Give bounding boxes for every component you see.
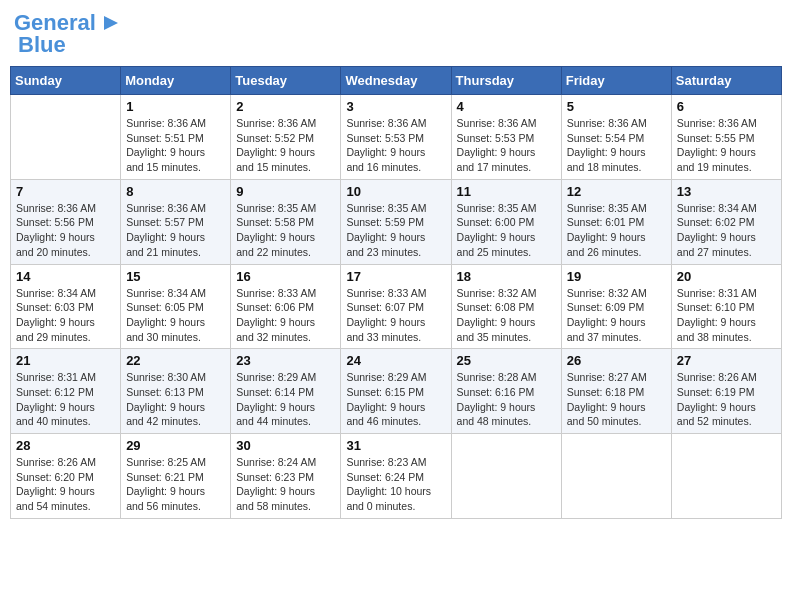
day-number: 15 [126, 269, 225, 284]
day-cell: 17Sunrise: 8:33 AM Sunset: 6:07 PM Dayli… [341, 264, 451, 349]
day-info: Sunrise: 8:27 AM Sunset: 6:18 PM Dayligh… [567, 370, 666, 429]
day-cell: 29Sunrise: 8:25 AM Sunset: 6:21 PM Dayli… [121, 434, 231, 519]
day-number: 16 [236, 269, 335, 284]
day-number: 7 [16, 184, 115, 199]
day-cell: 26Sunrise: 8:27 AM Sunset: 6:18 PM Dayli… [561, 349, 671, 434]
day-number: 10 [346, 184, 445, 199]
header-cell-tuesday: Tuesday [231, 67, 341, 95]
logo-arrow-icon [100, 12, 122, 34]
day-info: Sunrise: 8:36 AM Sunset: 5:54 PM Dayligh… [567, 116, 666, 175]
day-number: 1 [126, 99, 225, 114]
day-info: Sunrise: 8:34 AM Sunset: 6:02 PM Dayligh… [677, 201, 776, 260]
day-number: 28 [16, 438, 115, 453]
day-cell [671, 434, 781, 519]
day-cell: 16Sunrise: 8:33 AM Sunset: 6:06 PM Dayli… [231, 264, 341, 349]
day-number: 26 [567, 353, 666, 368]
day-info: Sunrise: 8:36 AM Sunset: 5:52 PM Dayligh… [236, 116, 335, 175]
day-number: 30 [236, 438, 335, 453]
day-cell: 5Sunrise: 8:36 AM Sunset: 5:54 PM Daylig… [561, 95, 671, 180]
calendar-table: SundayMondayTuesdayWednesdayThursdayFrid… [10, 66, 782, 519]
week-row-3: 14Sunrise: 8:34 AM Sunset: 6:03 PM Dayli… [11, 264, 782, 349]
day-cell: 12Sunrise: 8:35 AM Sunset: 6:01 PM Dayli… [561, 179, 671, 264]
day-number: 20 [677, 269, 776, 284]
day-info: Sunrise: 8:23 AM Sunset: 6:24 PM Dayligh… [346, 455, 445, 514]
day-cell [561, 434, 671, 519]
day-info: Sunrise: 8:35 AM Sunset: 5:58 PM Dayligh… [236, 201, 335, 260]
day-info: Sunrise: 8:35 AM Sunset: 5:59 PM Dayligh… [346, 201, 445, 260]
day-info: Sunrise: 8:24 AM Sunset: 6:23 PM Dayligh… [236, 455, 335, 514]
day-number: 25 [457, 353, 556, 368]
day-number: 29 [126, 438, 225, 453]
day-cell [451, 434, 561, 519]
header-cell-friday: Friday [561, 67, 671, 95]
day-cell: 9Sunrise: 8:35 AM Sunset: 5:58 PM Daylig… [231, 179, 341, 264]
day-number: 6 [677, 99, 776, 114]
day-cell: 23Sunrise: 8:29 AM Sunset: 6:14 PM Dayli… [231, 349, 341, 434]
day-number: 27 [677, 353, 776, 368]
day-cell: 27Sunrise: 8:26 AM Sunset: 6:19 PM Dayli… [671, 349, 781, 434]
day-cell: 30Sunrise: 8:24 AM Sunset: 6:23 PM Dayli… [231, 434, 341, 519]
day-info: Sunrise: 8:32 AM Sunset: 6:09 PM Dayligh… [567, 286, 666, 345]
day-number: 4 [457, 99, 556, 114]
day-number: 14 [16, 269, 115, 284]
day-info: Sunrise: 8:26 AM Sunset: 6:20 PM Dayligh… [16, 455, 115, 514]
day-info: Sunrise: 8:26 AM Sunset: 6:19 PM Dayligh… [677, 370, 776, 429]
day-cell: 21Sunrise: 8:31 AM Sunset: 6:12 PM Dayli… [11, 349, 121, 434]
header-row: SundayMondayTuesdayWednesdayThursdayFrid… [11, 67, 782, 95]
day-number: 18 [457, 269, 556, 284]
day-number: 21 [16, 353, 115, 368]
day-cell: 20Sunrise: 8:31 AM Sunset: 6:10 PM Dayli… [671, 264, 781, 349]
day-number: 9 [236, 184, 335, 199]
day-cell: 18Sunrise: 8:32 AM Sunset: 6:08 PM Dayli… [451, 264, 561, 349]
day-info: Sunrise: 8:30 AM Sunset: 6:13 PM Dayligh… [126, 370, 225, 429]
day-number: 8 [126, 184, 225, 199]
day-number: 17 [346, 269, 445, 284]
calendar-header: SundayMondayTuesdayWednesdayThursdayFrid… [11, 67, 782, 95]
day-info: Sunrise: 8:36 AM Sunset: 5:53 PM Dayligh… [346, 116, 445, 175]
day-number: 19 [567, 269, 666, 284]
day-info: Sunrise: 8:35 AM Sunset: 6:01 PM Dayligh… [567, 201, 666, 260]
week-row-4: 21Sunrise: 8:31 AM Sunset: 6:12 PM Dayli… [11, 349, 782, 434]
day-info: Sunrise: 8:32 AM Sunset: 6:08 PM Dayligh… [457, 286, 556, 345]
svg-marker-0 [104, 16, 118, 30]
day-info: Sunrise: 8:29 AM Sunset: 6:14 PM Dayligh… [236, 370, 335, 429]
header-cell-thursday: Thursday [451, 67, 561, 95]
day-info: Sunrise: 8:36 AM Sunset: 5:56 PM Dayligh… [16, 201, 115, 260]
day-info: Sunrise: 8:28 AM Sunset: 6:16 PM Dayligh… [457, 370, 556, 429]
day-cell: 8Sunrise: 8:36 AM Sunset: 5:57 PM Daylig… [121, 179, 231, 264]
day-number: 22 [126, 353, 225, 368]
day-info: Sunrise: 8:36 AM Sunset: 5:57 PM Dayligh… [126, 201, 225, 260]
day-info: Sunrise: 8:34 AM Sunset: 6:03 PM Dayligh… [16, 286, 115, 345]
day-info: Sunrise: 8:25 AM Sunset: 6:21 PM Dayligh… [126, 455, 225, 514]
day-info: Sunrise: 8:34 AM Sunset: 6:05 PM Dayligh… [126, 286, 225, 345]
page-header: General Blue [10, 10, 782, 58]
day-info: Sunrise: 8:33 AM Sunset: 6:06 PM Dayligh… [236, 286, 335, 345]
day-cell: 7Sunrise: 8:36 AM Sunset: 5:56 PM Daylig… [11, 179, 121, 264]
day-cell: 4Sunrise: 8:36 AM Sunset: 5:53 PM Daylig… [451, 95, 561, 180]
day-number: 12 [567, 184, 666, 199]
day-cell: 31Sunrise: 8:23 AM Sunset: 6:24 PM Dayli… [341, 434, 451, 519]
day-cell: 22Sunrise: 8:30 AM Sunset: 6:13 PM Dayli… [121, 349, 231, 434]
logo-blue: Blue [18, 32, 66, 57]
week-row-2: 7Sunrise: 8:36 AM Sunset: 5:56 PM Daylig… [11, 179, 782, 264]
day-info: Sunrise: 8:36 AM Sunset: 5:51 PM Dayligh… [126, 116, 225, 175]
day-cell: 13Sunrise: 8:34 AM Sunset: 6:02 PM Dayli… [671, 179, 781, 264]
day-number: 11 [457, 184, 556, 199]
day-info: Sunrise: 8:36 AM Sunset: 5:53 PM Dayligh… [457, 116, 556, 175]
day-info: Sunrise: 8:31 AM Sunset: 6:10 PM Dayligh… [677, 286, 776, 345]
day-cell: 28Sunrise: 8:26 AM Sunset: 6:20 PM Dayli… [11, 434, 121, 519]
day-number: 23 [236, 353, 335, 368]
header-cell-saturday: Saturday [671, 67, 781, 95]
day-cell: 14Sunrise: 8:34 AM Sunset: 6:03 PM Dayli… [11, 264, 121, 349]
day-info: Sunrise: 8:35 AM Sunset: 6:00 PM Dayligh… [457, 201, 556, 260]
day-cell: 2Sunrise: 8:36 AM Sunset: 5:52 PM Daylig… [231, 95, 341, 180]
day-number: 3 [346, 99, 445, 114]
calendar-body: 1Sunrise: 8:36 AM Sunset: 5:51 PM Daylig… [11, 95, 782, 519]
header-cell-monday: Monday [121, 67, 231, 95]
day-number: 31 [346, 438, 445, 453]
day-info: Sunrise: 8:36 AM Sunset: 5:55 PM Dayligh… [677, 116, 776, 175]
day-cell: 15Sunrise: 8:34 AM Sunset: 6:05 PM Dayli… [121, 264, 231, 349]
day-cell: 3Sunrise: 8:36 AM Sunset: 5:53 PM Daylig… [341, 95, 451, 180]
day-cell: 11Sunrise: 8:35 AM Sunset: 6:00 PM Dayli… [451, 179, 561, 264]
day-info: Sunrise: 8:33 AM Sunset: 6:07 PM Dayligh… [346, 286, 445, 345]
